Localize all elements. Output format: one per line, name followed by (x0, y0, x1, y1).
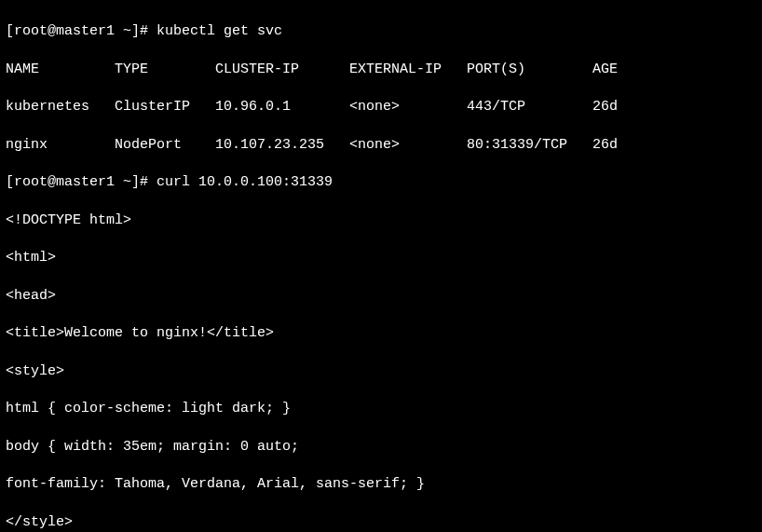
curl-output-head-open: <head> (6, 287, 756, 306)
curl-output-style-close: </style> (6, 513, 756, 532)
prompt-line-2: [root@master1 ~]# curl 10.0.0.100:31339 (6, 173, 756, 192)
curl-output-style-open: <style> (6, 362, 756, 381)
prompt-line-1: [root@master1 ~]# kubectl get svc (6, 22, 756, 41)
curl-output-doctype: <!DOCTYPE html> (6, 211, 756, 230)
curl-output-css-2: body { width: 35em; margin: 0 auto; (6, 438, 756, 457)
curl-output-title: <title>Welcome to nginx!</title> (6, 324, 756, 343)
curl-output-css-3: font-family: Tahoma, Verdana, Arial, san… (6, 475, 756, 494)
svc-row-kubernetes: kubernetes ClusterIP 10.96.0.1 <none> 44… (6, 98, 756, 116)
terminal-output[interactable]: [root@master1 ~]# kubectl get svc NAME T… (6, 4, 756, 532)
curl-output-css-1: html { color-scheme: light dark; } (6, 400, 756, 418)
svc-header: NAME TYPE CLUSTER-IP EXTERNAL-IP PORT(S)… (6, 61, 756, 79)
svc-row-nginx: nginx NodePort 10.107.23.235 <none> 80:3… (6, 136, 756, 155)
curl-output-html-open: <html> (6, 249, 756, 267)
